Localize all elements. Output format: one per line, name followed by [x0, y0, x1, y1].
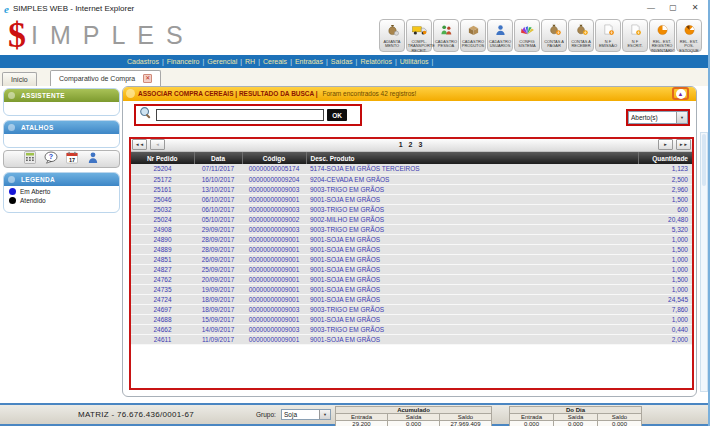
- grupo-filter: Soja ▼: [281, 409, 331, 420]
- tab-inicio[interactable]: Início: [2, 72, 37, 86]
- first-page-button[interactable]: ◄◄: [132, 139, 147, 150]
- table-cell: 13/10/2017: [194, 184, 242, 194]
- table-row[interactable]: 2488928/09/2017000000000090019001-SOJA E…: [131, 244, 692, 254]
- menu-item-entradas[interactable]: Entradas: [295, 58, 323, 65]
- minimize-button[interactable]: —: [640, 0, 662, 15]
- truck-icon: [412, 22, 427, 40]
- last-page-button[interactable]: ►►: [676, 139, 691, 150]
- column-header[interactable]: Data: [194, 152, 242, 164]
- pie2-toolbar-button[interactable]: REL. EST. POS. ESTOQUE: [676, 19, 702, 52]
- column-header[interactable]: Nr Pedido: [131, 152, 194, 164]
- money-bag-toolbar-button[interactable]: ADIANTA MENTO: [379, 19, 405, 52]
- table-row[interactable]: 2472418/09/2017000000000090019001-SOJA E…: [131, 294, 692, 304]
- stats-value: 0,000: [510, 421, 554, 426]
- table-row[interactable]: 2482725/09/2017000000000090019001-SOJA E…: [131, 264, 692, 274]
- table-cell: 00000000009001: [242, 194, 306, 204]
- close-tab-icon[interactable]: ✕: [143, 74, 152, 83]
- person-icon[interactable]: [86, 150, 100, 168]
- close-button[interactable]: ✕: [684, 0, 706, 15]
- table-cell: 16/10/2017: [194, 174, 242, 184]
- grupo-select[interactable]: Soja ▼: [281, 409, 331, 420]
- tab-comparativo-de-compra[interactable]: Comparativo de Compra ✕: [50, 70, 161, 86]
- column-header[interactable]: Desc. Produto: [306, 152, 638, 164]
- next-page-button[interactable]: ►: [658, 139, 673, 150]
- stats-group-title: Do Dia: [510, 407, 642, 414]
- table-row[interactable]: 2466214/09/2017000000000090039003-TRIGO …: [131, 324, 692, 334]
- menu-item-relatorios[interactable]: Relatórios: [360, 58, 392, 65]
- column-header[interactable]: Código: [242, 152, 306, 164]
- menu-item-utilitarios[interactable]: Utilitários: [400, 58, 429, 65]
- table-cell: 00000000009003: [242, 204, 306, 214]
- menu-separator: |: [162, 58, 164, 65]
- table-row[interactable]: 2469718/09/2017000000000090039003-TRIGO …: [131, 304, 692, 314]
- table-row[interactable]: 2504606/10/2017000000000090019001-SOJA E…: [131, 194, 692, 204]
- table-cell: 24851: [131, 254, 194, 264]
- doc-up-toolbar-button[interactable]: N F ESCRIT.: [622, 19, 648, 52]
- table-row[interactable]: 2468815/09/2017000000000090019001-SOJA E…: [131, 314, 692, 324]
- table-cell: 06/10/2017: [194, 194, 242, 204]
- truck-toolbar-button[interactable]: COMPL. TRANSPORTE RECEIT.: [406, 19, 432, 52]
- atalhos-header[interactable]: ATALHOS: [4, 121, 119, 134]
- table-header-row: Nr PedidoDataCódigoDesc. ProdutoQuantida…: [131, 152, 692, 164]
- column-header[interactable]: Quantidade: [638, 152, 692, 164]
- people-toolbar-button[interactable]: CADASTRO PESSOA: [433, 19, 459, 52]
- search-input[interactable]: [156, 109, 324, 121]
- table-row[interactable]: 2490829/09/2017000000000090039003-TRIGO …: [131, 224, 692, 234]
- table-row[interactable]: 2517216/10/2017000000000092049204-CEVADA…: [131, 174, 692, 184]
- pie-toolbar-button[interactable]: REL. EST. REGISTRO INVENTÁRIO: [649, 19, 675, 52]
- table-cell: 25161: [131, 184, 194, 194]
- table-row[interactable]: 2502405/10/2017000000000090029002-MILHO …: [131, 214, 692, 224]
- table-row[interactable]: 2485126/09/2017000000000090019001-SOJA E…: [131, 254, 692, 264]
- search-ok-button[interactable]: OK: [327, 109, 347, 121]
- assistente-header[interactable]: ASSISTENTE: [4, 89, 119, 102]
- money-in-toolbar-button[interactable]: CONTAS A PAGAR: [541, 19, 567, 52]
- table-row[interactable]: 2503206/10/2017000000000090039003-TRIGO …: [131, 204, 692, 214]
- menu-item-cereais[interactable]: Cereais: [263, 58, 287, 65]
- results-header-title: ASSOCIAR COMPRA CEREAIS | RESULTADO DA B…: [138, 90, 318, 97]
- table-row[interactable]: 2489028/09/2017000000000090019001-SOJA E…: [131, 234, 692, 244]
- pie-icon: [655, 22, 670, 40]
- table-row[interactable]: 2476220/09/2017000000000090019001-SOJA E…: [131, 274, 692, 284]
- table-row[interactable]: 2461111/09/2017000000000090019001-SOJA E…: [131, 334, 692, 344]
- table-row[interactable]: 2516113/10/2017000000000090039003-TRIGO …: [131, 184, 692, 194]
- maximize-button[interactable]: ▢: [662, 0, 684, 15]
- table-cell: 5,320: [638, 224, 692, 234]
- results-header-bar: ASSOCIAR COMPRA CEREAIS | RESULTADO DA B…: [123, 87, 696, 101]
- table-row[interactable]: 2473519/09/2017000000000090019001-SOJA E…: [131, 284, 692, 294]
- menu-item-cadastros[interactable]: Cadastros: [127, 58, 159, 65]
- box-toolbar-button[interactable]: CADASTRO PRODUTOS: [460, 19, 486, 52]
- help-icon[interactable]: ?: [44, 150, 58, 168]
- calendar-icon[interactable]: 17: [65, 150, 79, 168]
- menu-item-gerencial[interactable]: Gerencial: [207, 58, 237, 65]
- main-menu-bar: Cadastros|Financeiro|Gerencial|RH|Cereai…: [0, 55, 710, 68]
- table-cell: 9001-SOJA EM GRÃOS: [306, 234, 638, 244]
- table-cell: 1,000: [638, 284, 692, 294]
- table-cell: 18/09/2017: [194, 294, 242, 304]
- prev-page-button[interactable]: ◄: [150, 139, 165, 150]
- table-cell: 9003-TRIGO EM GRÃOS: [306, 324, 638, 334]
- menu-item-financeiro[interactable]: Financeiro: [167, 58, 200, 65]
- doc-down-toolbar-button[interactable]: N F EMISSÃO: [595, 19, 621, 52]
- dodia-totals: Do DiaEntradaSaídaSaldo0,0000,0000,000: [509, 406, 642, 426]
- menu-item-rh[interactable]: RH: [245, 58, 255, 65]
- menu-item-saidas[interactable]: Saídas: [331, 58, 353, 65]
- palette-toolbar-button[interactable]: CONFIG SISTEMA: [514, 19, 540, 52]
- money-out-toolbar-button[interactable]: CONTAS A RECEBER: [568, 19, 594, 52]
- page-numbers[interactable]: 1 2 3: [131, 139, 692, 151]
- table-cell: 00000000009001: [242, 244, 306, 254]
- table-row[interactable]: 2520407/11/2017000000000051745174-SOJA E…: [131, 164, 692, 174]
- title-bar: e SIMPLES WEB - Internet Explorer — ▢ ✕: [0, 0, 710, 17]
- scrollbar-thumb[interactable]: [702, 134, 706, 186]
- calculator-icon[interactable]: [23, 150, 37, 168]
- table-cell: 9003-TRIGO EM GRÃOS: [306, 204, 638, 214]
- table-cell: 06/10/2017: [194, 204, 242, 214]
- toolbar-button-label: ADIANTA MENTO: [381, 40, 403, 48]
- menu-separator: |: [240, 58, 242, 65]
- user-toolbar-button[interactable]: CADASTRO USUÁRIOS: [487, 19, 513, 52]
- menu-separator: |: [326, 58, 328, 65]
- status-filter-select[interactable]: Aberto(s) ▼: [628, 111, 688, 124]
- vertical-scrollbar[interactable]: [700, 132, 708, 392]
- collapse-panel-button[interactable]: ▲: [672, 87, 689, 100]
- status-bar: MATRIZ - 76.676.436/0001-67 Grupo: Soja …: [0, 403, 710, 426]
- table-cell: 9001-SOJA EM GRÃOS: [306, 334, 638, 344]
